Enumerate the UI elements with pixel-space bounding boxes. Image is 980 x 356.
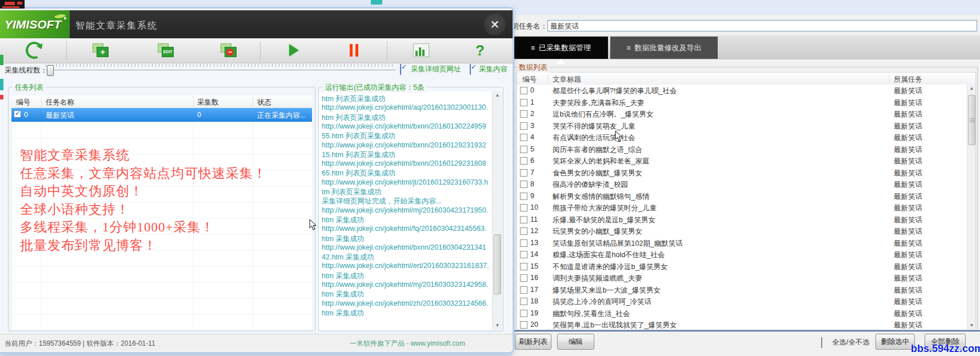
- article-row-checkbox[interactable]: [520, 310, 527, 317]
- article-row[interactable]: 15不知道是谁请来的爆冷逗b_爆笑男女最新笑话: [517, 261, 967, 273]
- slider-ticks: [46, 64, 395, 67]
- select-all-checkbox[interactable]: [821, 337, 822, 348]
- article-row[interactable]: 16调到夫妻搞笑频道瞧瞧_夫妻最新笑话: [517, 272, 967, 285]
- article-row-checkbox[interactable]: [520, 99, 527, 106]
- slider-thumb[interactable]: [47, 65, 54, 76]
- article-row[interactable]: 20笑很简单,逗b一出现我就笑了_爆笑男女最新笑话: [517, 319, 967, 330]
- article-row-checkbox[interactable]: [520, 286, 527, 294]
- article-row[interactable]: 5阅历丰富者的幽默之语_综合最新笑话: [517, 143, 967, 156]
- article-row-checkbox[interactable]: [520, 181, 527, 188]
- tab-batch-edit-export[interactable]: ≡ 数据批量修改及导出: [610, 37, 718, 59]
- article-row[interactable]: 12玩笑男女的小幽默_爆笑男女最新笑话: [517, 225, 967, 238]
- edit-task-button[interactable]: EDIT: [153, 41, 178, 60]
- scroll-up-icon[interactable]: ▲: [968, 85, 975, 93]
- article-row[interactable]: 1夫妻笑段多,充满喜和乐_夫妻最新笑话: [517, 97, 967, 109]
- refresh-tasks-button[interactable]: [22, 41, 47, 60]
- article-row[interactable]: 2逗b说他们有点冷啊。_爆笑男女最新笑话: [517, 108, 967, 121]
- header-num[interactable]: 编号: [522, 75, 537, 85]
- task-status: 正在采集内容...: [257, 111, 306, 121]
- menu-bars-icon: ≡: [531, 44, 535, 52]
- desktop-edge-fragment-teal: [0, 79, 3, 90]
- article-row[interactable]: 0都是些什么事儿啊?!爆笑的事儿呗_社会最新笑话: [517, 85, 967, 97]
- article-row-checkbox[interactable]: [520, 169, 527, 177]
- article-row[interactable]: 4有点讽刺的生活玩笑_社会最新笑话: [517, 131, 967, 144]
- delete-task-button[interactable]: −: [216, 41, 241, 60]
- refresh-icon: [23, 39, 45, 61]
- help-button[interactable]: ?: [467, 41, 493, 60]
- article-task: 最新笑话: [894, 309, 922, 319]
- header-status[interactable]: 状态: [257, 98, 271, 107]
- article-row[interactable]: 6笑坏全家人的老妈和老爸_家庭最新笑话: [517, 155, 967, 167]
- scrollbar-thumb[interactable]: [494, 234, 501, 294]
- article-row-checkbox[interactable]: [520, 239, 527, 247]
- article-num: 7: [530, 169, 534, 177]
- statistics-button[interactable]: [409, 41, 434, 60]
- article-row[interactable]: 18搞笑恋上冷,冷的直呵呵_冷笑话最新笑话: [517, 295, 967, 308]
- article-row-checkbox[interactable]: [520, 157, 527, 165]
- run-output-log[interactable]: htm 列表页采集成功http://www.jokeji.cn/jokehtml…: [319, 91, 502, 330]
- article-num: 6: [530, 157, 534, 165]
- article-title: 很高冷的傻缺学渣_校园: [553, 180, 628, 190]
- scroll-down-icon[interactable]: ▼: [968, 322, 975, 330]
- article-row[interactable]: 13笑话集原创笑话精品展第102期_幽默笑话最新笑话: [517, 237, 967, 250]
- article-row-checkbox[interactable]: [520, 227, 527, 235]
- task-row-checkbox[interactable]: [14, 110, 21, 118]
- promo-line: 多线程采集，1分钟1000+采集！: [20, 218, 214, 236]
- article-row[interactable]: 8很高冷的傻缺学渣_校园最新笑话: [517, 178, 967, 191]
- status-product-link: 一米软件旗下产品 - www.yimisoft.com: [350, 339, 465, 349]
- article-row[interactable]: 7食色男女的冷幽默_爆笑男女最新笑话: [517, 167, 967, 179]
- article-row[interactable]: 10熊孩子带给大家的爆笑时分_儿童最新笑话: [517, 202, 967, 214]
- scroll-down-icon[interactable]: ▼: [494, 322, 501, 330]
- add-task-button[interactable]: +: [88, 41, 113, 60]
- article-task: 最新笑话: [894, 215, 922, 225]
- article-row-checkbox[interactable]: [520, 251, 527, 258]
- table-scrollbar[interactable]: ▲ ▼: [967, 85, 976, 330]
- header-count[interactable]: 采集数: [197, 98, 219, 107]
- close-button[interactable]: ✕: [484, 14, 506, 35]
- article-row-checkbox[interactable]: [520, 321, 527, 329]
- task-row-selected[interactable]: 0 最新笑话 0 正在采集内容...: [11, 108, 312, 122]
- scroll-up-icon[interactable]: ▲: [494, 91, 501, 99]
- article-row[interactable]: 14糗爆,这场面实在是hold不住哇_社会最新笑话: [517, 249, 967, 261]
- article-row-checkbox[interactable]: [520, 298, 527, 305]
- article-row[interactable]: 11乐爆,最不缺笑的是逗b_爆笑男女最新笑话: [517, 214, 967, 226]
- title-bar[interactable]: YIMISOFT 智能文章采集系统 ✕: [0, 10, 513, 38]
- edit-button[interactable]: 编辑: [557, 334, 594, 350]
- article-title: 阅历丰富者的幽默之语_综合: [553, 145, 642, 155]
- article-num: 15: [530, 262, 538, 270]
- delete-selected-button[interactable]: 删除选中: [875, 334, 915, 350]
- task-num: 0: [24, 111, 28, 119]
- header-task[interactable]: 所属任务: [894, 75, 922, 85]
- article-row-checkbox[interactable]: [520, 263, 527, 270]
- current-task-input[interactable]: 最新笑话: [547, 20, 977, 31]
- header-name[interactable]: 任务名称: [46, 98, 74, 107]
- article-row[interactable]: 19幽默句段,笑看生活_社会最新笑话: [517, 307, 967, 320]
- scrollbar-thumb[interactable]: [968, 95, 975, 145]
- header-num[interactable]: 编号: [16, 98, 30, 107]
- article-row-checkbox[interactable]: [520, 193, 527, 200]
- article-row-checkbox[interactable]: [520, 216, 527, 223]
- article-row[interactable]: 3哭笑不得的爆笑萌友_儿童最新笑话: [517, 120, 967, 133]
- log-scrollbar[interactable]: ▲ ▼: [492, 91, 502, 330]
- article-row[interactable]: 17爆笑场里又来逗b一大波_爆笑男女最新笑话: [517, 284, 967, 297]
- article-row-checkbox[interactable]: [520, 87, 527, 94]
- header-title[interactable]: 文章标题: [553, 75, 581, 85]
- article-row[interactable]: 9解析男女感情的幽默锦句_感情最新笑话: [517, 190, 967, 203]
- collect-content-checkbox[interactable]: [470, 64, 471, 75]
- detail-url-checkbox[interactable]: [400, 64, 401, 75]
- article-row-checkbox[interactable]: [520, 274, 527, 282]
- pause-collect-button[interactable]: [341, 41, 366, 60]
- article-row-checkbox[interactable]: [520, 122, 527, 130]
- mouse-cursor: [309, 219, 317, 231]
- thread-slider[interactable]: [46, 70, 395, 70]
- article-row-checkbox[interactable]: [520, 134, 527, 141]
- article-row-checkbox[interactable]: [520, 204, 527, 211]
- article-row-checkbox[interactable]: [520, 146, 527, 153]
- log-line: http://www.jokeji.cn/jokehtml/jt/2016012…: [322, 178, 488, 186]
- article-num: 20: [530, 321, 538, 329]
- tab-collected-data[interactable]: ≡ 已采集数据管理: [514, 37, 608, 59]
- article-row-checkbox[interactable]: [520, 110, 527, 118]
- start-collect-button[interactable]: [281, 41, 306, 60]
- refresh-list-button[interactable]: 刷新列表: [515, 334, 551, 350]
- play-icon: [289, 44, 299, 57]
